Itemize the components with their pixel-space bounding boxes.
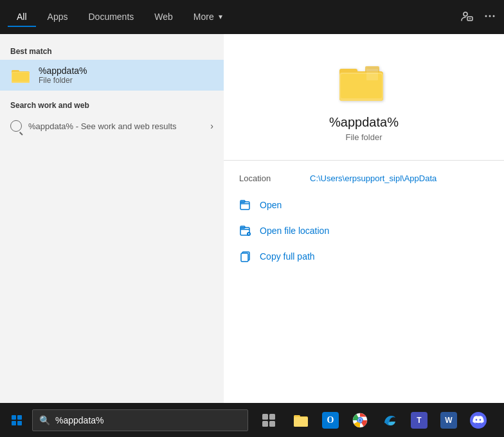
chrome-icon xyxy=(352,412,368,429)
taskbar-chrome[interactable] xyxy=(346,406,374,434)
open-file-location-label: Open file location xyxy=(260,226,329,236)
top-navigation: All Apps Documents Web More ▾ xyxy=(0,0,504,34)
svg-rect-24 xyxy=(269,414,275,420)
start-button[interactable] xyxy=(3,406,31,434)
taskbar-search-icon: 🔍 xyxy=(39,415,50,425)
taskbar-teams[interactable]: T xyxy=(405,406,433,434)
taskbar-file-explorer[interactable] xyxy=(287,406,315,434)
open-label: Open xyxy=(260,200,282,210)
svg-rect-29 xyxy=(294,417,308,427)
location-label: Location xyxy=(239,174,284,183)
word-icon: W xyxy=(440,412,457,429)
nav-all[interactable]: All xyxy=(8,8,36,27)
search-circle-icon xyxy=(10,120,22,132)
svg-rect-25 xyxy=(262,421,268,427)
nav-apps[interactable]: Apps xyxy=(39,8,77,27)
svg-point-34 xyxy=(359,418,362,422)
svg-rect-9 xyxy=(12,73,29,82)
folder-large-icon xyxy=(338,60,390,105)
divider xyxy=(224,160,504,161)
more-chevron-icon: ▾ xyxy=(219,12,222,21)
nav-documents[interactable]: Documents xyxy=(79,8,143,27)
taskbar-search-text: %appdata% xyxy=(55,415,104,425)
nav-more[interactable]: More ▾ xyxy=(184,8,231,27)
chevron-right-icon: › xyxy=(210,121,213,131)
right-title: %appdata% xyxy=(329,115,399,130)
nav-icons xyxy=(460,10,496,25)
best-match-label: Best match xyxy=(0,42,224,60)
more-options-icon[interactable] xyxy=(483,10,496,25)
search-web-item[interactable]: %appdata% - See work and web results › xyxy=(0,114,224,138)
main-content: Best match %appdata% File folder Search … xyxy=(0,34,504,437)
folder-small-icon xyxy=(10,65,31,85)
right-panel: %appdata% File folder Location C:\Users\… xyxy=(224,34,504,437)
taskbar: 🔍 %appdata% xyxy=(0,403,504,437)
action-open-file-location[interactable]: Open file location xyxy=(239,224,489,237)
taskbar-outlook[interactable]: O xyxy=(316,406,345,434)
location-row: Location C:\Users\erpsupport_sipl\AppDat… xyxy=(224,174,504,183)
taskbar-edge[interactable] xyxy=(375,406,404,434)
teams-icon: T xyxy=(411,412,428,429)
taskbar-word[interactable]: W xyxy=(435,406,463,434)
nav-web[interactable]: Web xyxy=(145,8,182,27)
taskbar-apps: O xyxy=(287,406,492,434)
svg-point-5 xyxy=(493,15,495,17)
outlook-icon: O xyxy=(322,412,339,429)
taskbar-search-bar[interactable]: 🔍 %appdata% xyxy=(32,409,248,431)
taskbar-task-view[interactable] xyxy=(255,406,283,434)
right-subtitle: File folder xyxy=(345,132,382,142)
svg-rect-26 xyxy=(269,421,275,427)
svg-rect-22 xyxy=(241,253,248,262)
result-text: %appdata% File folder xyxy=(39,66,87,85)
discord-icon xyxy=(470,412,487,429)
open-icon xyxy=(239,199,252,211)
result-name: %appdata% xyxy=(39,66,87,76)
copy-full-path-label: Copy full path xyxy=(260,251,315,262)
file-explorer-icon xyxy=(292,412,309,429)
action-copy-full-path[interactable]: Copy full path xyxy=(239,250,489,263)
feedback-icon[interactable] xyxy=(460,10,473,25)
location-value[interactable]: C:\Users\erpsupport_sipl\AppData xyxy=(310,174,437,183)
svg-point-4 xyxy=(489,15,491,17)
action-open[interactable]: Open xyxy=(239,199,489,211)
copy-full-path-icon xyxy=(239,250,252,263)
svg-rect-23 xyxy=(262,414,268,420)
task-view-icon xyxy=(260,412,277,429)
action-list: Open Open file location xyxy=(224,199,504,263)
result-type: File folder xyxy=(39,76,87,85)
search-web-section: Search work and web %appdata% - See work… xyxy=(0,96,224,138)
open-file-location-icon xyxy=(239,224,252,237)
taskbar-discord[interactable] xyxy=(464,406,492,434)
edge-icon xyxy=(381,412,398,429)
svg-point-3 xyxy=(485,15,487,17)
search-web-text: %appdata% - See work and web results xyxy=(28,121,177,131)
svg-point-0 xyxy=(464,12,467,16)
left-panel: Best match %appdata% File folder Search … xyxy=(0,34,224,437)
svg-rect-16 xyxy=(240,202,249,210)
svg-rect-15 xyxy=(366,69,378,80)
result-item[interactable]: %appdata% File folder xyxy=(0,60,224,91)
search-work-web-label: Search work and web xyxy=(0,96,224,114)
